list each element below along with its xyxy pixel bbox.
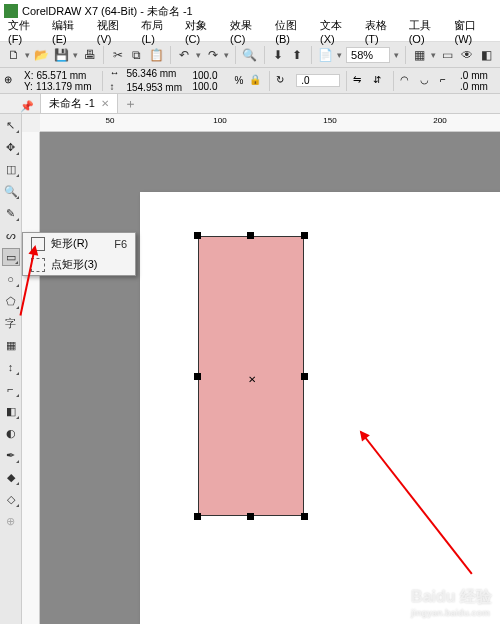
separator <box>102 71 103 91</box>
menu-table[interactable]: 表格(T) <box>361 16 403 47</box>
open-icon[interactable]: 📂 <box>34 46 49 64</box>
paste-icon[interactable]: 📋 <box>149 46 164 64</box>
corner-icon[interactable]: ◠ <box>400 74 414 88</box>
anchor-icon[interactable]: 📌 <box>20 100 34 113</box>
height-value[interactable]: 154.953 mm <box>126 82 186 93</box>
tab-label: 未命名 -1 <box>49 96 95 111</box>
menu-view[interactable]: 视图(V) <box>93 16 136 47</box>
new-icon[interactable]: 🗋 <box>6 46 21 64</box>
canvas[interactable]: ✕ <box>40 132 500 624</box>
dropdown-icon[interactable]: ▾ <box>196 50 201 60</box>
search-icon[interactable]: 🔍 <box>242 46 257 64</box>
dropdown-icon[interactable]: ▾ <box>73 50 78 60</box>
dropdown-icon[interactable]: ▾ <box>25 50 30 60</box>
cut-icon[interactable]: ✂ <box>110 46 125 64</box>
pick-tool-icon[interactable]: ↖ <box>2 116 20 134</box>
toolbox: ↖ ✥ ◫ 🔍 ✎ ᔕ ▭ ○ ⬠ 字 ▦ ↕ ⌐ ◧ ◐ ✒ ◆ ◇ ⊕ <box>0 114 22 624</box>
transparency-tool-icon[interactable]: ◐ <box>2 424 20 442</box>
crop-tool-icon[interactable]: ◫ <box>2 160 20 178</box>
mirror-v-icon[interactable]: ⇵ <box>373 74 387 88</box>
ellipse-tool-icon[interactable]: ○ <box>2 270 20 288</box>
fill-tool-icon[interactable]: ◆ <box>2 468 20 486</box>
menu-bitmap[interactable]: 位图(B) <box>271 16 314 47</box>
dimension-tool-icon[interactable]: ↕ <box>2 358 20 376</box>
width-value[interactable]: 56.346 mm <box>126 68 186 79</box>
property-bar: ⊕ X:65.571 mm Y:113.179 mm ↔56.346 mm ↕1… <box>0 68 500 94</box>
outline-tool-icon[interactable]: ◇ <box>2 490 20 508</box>
flyout-3point-rectangle[interactable]: 点矩形(3) <box>23 254 135 275</box>
corner-b-value[interactable]: .0 mm <box>460 81 496 92</box>
add-tab-icon[interactable]: ＋ <box>124 95 137 113</box>
save-icon[interactable]: 💾 <box>54 46 69 64</box>
polygon-tool-icon[interactable]: ⬠ <box>2 292 20 310</box>
menu-object[interactable]: 对象(C) <box>181 16 224 47</box>
corner-icon[interactable]: ◡ <box>420 74 434 88</box>
document-tab[interactable]: 未命名 -1 ✕ <box>40 93 118 113</box>
separator <box>170 46 171 64</box>
zoom-input[interactable]: 58% <box>346 47 390 63</box>
page <box>140 192 500 624</box>
selection-handle[interactable] <box>194 513 201 520</box>
corner-a-value[interactable]: .0 mm <box>460 70 496 81</box>
menu-tools[interactable]: 工具(O) <box>405 16 449 47</box>
preview-icon[interactable]: 👁 <box>460 46 475 64</box>
shape-tool-icon[interactable]: ✥ <box>2 138 20 156</box>
menu-window[interactable]: 窗口(W) <box>450 16 496 47</box>
rectangle-flyout: 矩形(R) F6 点矩形(3) <box>22 232 136 276</box>
text-tool-icon[interactable]: 字 <box>2 314 20 332</box>
flyout-rectangle[interactable]: 矩形(R) F6 <box>23 233 135 254</box>
menu-edit[interactable]: 编辑(E) <box>48 16 91 47</box>
dropdown-icon[interactable]: ▾ <box>224 50 229 60</box>
snap-icon[interactable]: ▦ <box>412 46 427 64</box>
dropdown-icon[interactable]: ▾ <box>431 50 436 60</box>
percent-label: % <box>234 75 243 86</box>
options-icon[interactable]: ▭ <box>440 46 455 64</box>
dock-icon[interactable]: ◧ <box>479 46 494 64</box>
width-icon: ↔ <box>109 67 123 81</box>
eyedropper-tool-icon[interactable]: ✒ <box>2 446 20 464</box>
artistic-tool-icon[interactable]: ᔕ <box>2 226 20 244</box>
separator <box>393 71 394 91</box>
selection-handle[interactable] <box>247 232 254 239</box>
add-tool-icon[interactable]: ⊕ <box>2 512 20 530</box>
dropdown-icon[interactable]: ▾ <box>394 50 399 60</box>
scale-y-value[interactable]: 100.0 <box>192 81 228 92</box>
separator <box>269 71 270 91</box>
undo-icon[interactable]: ↶ <box>177 46 192 64</box>
lock-ratio-icon[interactable]: 🔒 <box>249 74 263 88</box>
corner-icon[interactable]: ⌐ <box>440 74 454 88</box>
selection-handle[interactable] <box>194 373 201 380</box>
export-icon[interactable]: ⬆ <box>290 46 305 64</box>
zoom-tool-icon[interactable]: 🔍 <box>2 182 20 200</box>
selection-handle[interactable] <box>301 513 308 520</box>
menu-file[interactable]: 文件(F) <box>4 16 46 47</box>
table-tool-icon[interactable]: ▦ <box>2 336 20 354</box>
ruler-tick: 200 <box>433 116 446 125</box>
copy-icon[interactable]: ⧉ <box>129 46 144 64</box>
mirror-h-icon[interactable]: ⇋ <box>353 74 367 88</box>
expand-icon[interactable]: ⊕ <box>4 74 18 88</box>
separator <box>405 46 406 64</box>
menu-text[interactable]: 文本(X) <box>316 16 359 47</box>
import-icon[interactable]: ⬇ <box>270 46 285 64</box>
freehand-tool-icon[interactable]: ✎ <box>2 204 20 222</box>
dropdown-icon[interactable]: ▾ <box>337 50 342 60</box>
menu-effects[interactable]: 效果(C) <box>226 16 269 47</box>
selection-handle[interactable] <box>194 232 201 239</box>
selection-handle[interactable] <box>247 513 254 520</box>
effects-tool-icon[interactable]: ◧ <box>2 402 20 420</box>
y-value[interactable]: 113.179 mm <box>36 81 96 92</box>
redo-icon[interactable]: ↷ <box>205 46 220 64</box>
x-value[interactable]: 65.571 mm <box>36 70 96 81</box>
scale-x-value[interactable]: 100.0 <box>192 70 228 81</box>
menu-layout[interactable]: 布局(L) <box>137 16 179 47</box>
rotation-input[interactable]: .0 <box>296 74 340 87</box>
rectangle-tool-icon[interactable]: ▭ <box>2 248 20 266</box>
selection-handle[interactable] <box>301 232 308 239</box>
separator <box>103 46 104 64</box>
publish-icon[interactable]: 📄 <box>318 46 333 64</box>
close-icon[interactable]: ✕ <box>101 98 109 109</box>
connector-tool-icon[interactable]: ⌐ <box>2 380 20 398</box>
selection-handle[interactable] <box>301 373 308 380</box>
print-icon[interactable]: 🖶 <box>82 46 97 64</box>
